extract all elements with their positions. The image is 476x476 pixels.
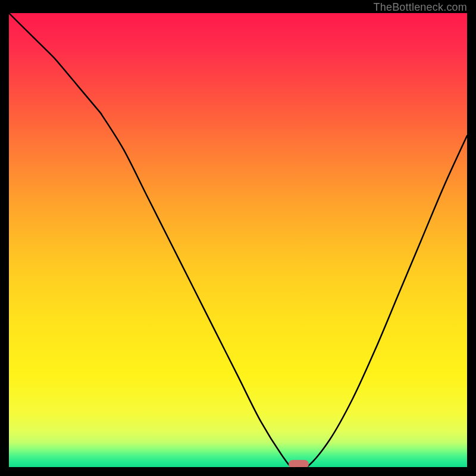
attribution-text: TheBottleneck.com bbox=[374, 1, 467, 14]
chart-frame: TheBottleneck.com bbox=[0, 0, 476, 476]
plot-area bbox=[9, 13, 467, 467]
bottleneck-curve bbox=[9, 13, 467, 467]
